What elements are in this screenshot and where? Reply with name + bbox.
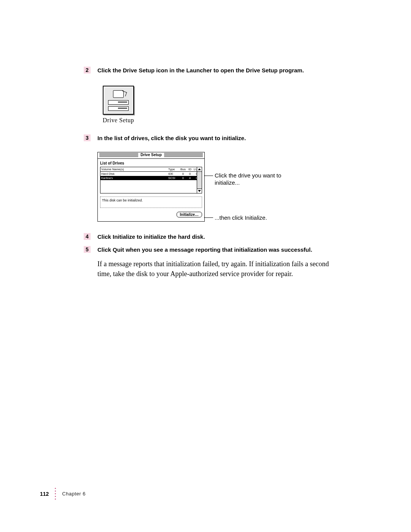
step-4: 4 Click Initialize to initialize the har… bbox=[84, 233, 350, 241]
page-footer: 112 Chapter 6 bbox=[40, 488, 86, 500]
col-type-header: Type bbox=[168, 168, 179, 171]
row-id: 4 bbox=[187, 176, 193, 180]
step-instruction: Click Quit when you see a message report… bbox=[97, 246, 312, 254]
floppy-glyph bbox=[113, 90, 124, 98]
row-type: IDE bbox=[168, 172, 179, 176]
step-5: 5 Click Quit when you see a message repo… bbox=[84, 246, 350, 254]
window-title: Drive Setup bbox=[138, 153, 164, 157]
row-type: SCSI bbox=[168, 176, 179, 180]
chapter-label: Chapter 6 bbox=[62, 491, 86, 497]
step-2: 2 Click the Drive Setup icon in the Laun… bbox=[84, 67, 350, 74]
icon-caption: Drive Setup bbox=[97, 117, 139, 124]
drive-slot-glyph bbox=[108, 106, 129, 111]
step-instruction: In the list of drives, click the disk yo… bbox=[97, 134, 246, 142]
row-name: Hard Disk bbox=[101, 172, 168, 176]
step-number-badge: 4 bbox=[84, 233, 91, 240]
drive-list: Volume Name(s) Type Bus ID LUN Hard Disk… bbox=[100, 167, 202, 193]
window-body: List of Drives Volume Name(s) Type Bus I… bbox=[98, 159, 204, 221]
list-header: Volume Name(s) Type Bus ID LUN bbox=[100, 167, 202, 172]
body-paragraph: If a message reports that initialization… bbox=[97, 259, 330, 279]
row-bus: 0 bbox=[179, 172, 187, 176]
drive-setup-icon bbox=[103, 86, 134, 115]
row-id: 0 bbox=[187, 172, 193, 176]
manual-page: 2 Click the Drive Setup icon in the Laun… bbox=[0, 0, 411, 532]
page-number: 112 bbox=[40, 491, 49, 497]
drive-row-selected[interactable]: Karlina's SCSI 0 4 0 bbox=[100, 176, 202, 180]
callout-click-initialize: ...then click Initialize. bbox=[215, 214, 291, 221]
drive-setup-window-wrap: Drive Setup List of Drives Volume Name(s… bbox=[97, 152, 311, 222]
status-text: This disk can be initialized. bbox=[100, 197, 202, 208]
row-name: Karlina's bbox=[101, 176, 168, 180]
drive-row[interactable]: Hard Disk IDE 0 0 0 bbox=[100, 172, 202, 176]
col-name-header: Volume Name(s) bbox=[101, 168, 168, 171]
scrollbar[interactable] bbox=[197, 167, 202, 193]
step-instruction: Click Initialize to initialize the hard … bbox=[97, 233, 205, 241]
callout-select-drive: Click the drive you want to initialize..… bbox=[215, 172, 283, 186]
callout-line bbox=[204, 176, 213, 176]
content-block: 2 Click the Drive Setup icon in the Laun… bbox=[84, 67, 350, 279]
row-bus: 0 bbox=[179, 176, 187, 180]
drive-setup-window: Drive Setup List of Drives Volume Name(s… bbox=[97, 152, 205, 222]
scroll-up-icon[interactable] bbox=[197, 167, 202, 172]
step-number-badge: 3 bbox=[84, 134, 91, 141]
window-titlebar: Drive Setup bbox=[98, 152, 204, 159]
step-3: 3 In the list of drives, click the disk … bbox=[84, 134, 350, 142]
drive-slot-glyph bbox=[108, 100, 129, 105]
button-row: Initialize… bbox=[100, 212, 202, 219]
col-id-header: ID bbox=[187, 168, 193, 171]
drive-setup-icon-block: Drive Setup bbox=[97, 86, 139, 124]
callout-line bbox=[204, 217, 213, 218]
initialize-button[interactable]: Initialize… bbox=[177, 212, 202, 217]
step-number-badge: 2 bbox=[84, 67, 91, 73]
step-number-badge: 5 bbox=[84, 246, 91, 253]
footer-dots-icon bbox=[55, 488, 56, 500]
list-label: List of Drives bbox=[100, 161, 202, 165]
col-bus-header: Bus bbox=[179, 168, 187, 171]
step-instruction: Click the Drive Setup icon in the Launch… bbox=[97, 67, 304, 74]
scroll-down-icon[interactable] bbox=[197, 189, 202, 193]
